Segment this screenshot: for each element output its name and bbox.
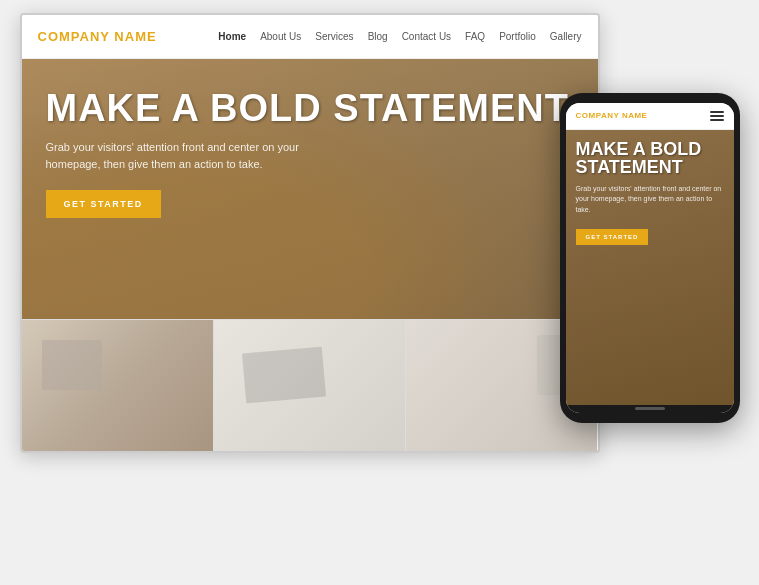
desktop-image-row [22, 319, 598, 453]
nav-link-contact[interactable]: Contact Us [402, 31, 451, 42]
mobile-logo: COMPANY NAME [576, 111, 648, 120]
nav-link-blog[interactable]: Blog [368, 31, 388, 42]
desktop-hero: MAKE A BOLD STATEMENT Grab your visitors… [22, 59, 598, 319]
hero-content: MAKE A BOLD STATEMENT Grab your visitors… [22, 59, 598, 218]
nav-link-services[interactable]: Services [315, 31, 353, 42]
mobile-hero: MAKE A BOLD STATEMENT Grab your visitors… [566, 130, 734, 405]
desktop-mockup: COMPANY NAME Home About Us Services Blog… [20, 13, 600, 453]
hero-cta-button[interactable]: GET STARTED [46, 190, 161, 218]
mobile-mockup: COMPANY NAME MAKE A BOLD STATEMENT Grab … [560, 93, 740, 423]
desktop-nav: COMPANY NAME Home About Us Services Blog… [22, 15, 598, 59]
desktop-logo: COMPANY NAME [38, 29, 157, 44]
image-stationery [213, 320, 405, 453]
desktop-nav-links: Home About Us Services Blog Contact Us F… [218, 31, 581, 42]
hamburger-line-2 [710, 115, 724, 117]
mobile-hero-cta-button[interactable]: GET STARTED [576, 229, 649, 245]
hamburger-menu-icon[interactable] [710, 111, 724, 121]
nav-link-home[interactable]: Home [218, 31, 246, 42]
nav-link-gallery[interactable]: Gallery [550, 31, 582, 42]
mobile-hero-subtext: Grab your visitors' attention front and … [576, 184, 724, 216]
hamburger-line-1 [710, 111, 724, 113]
image-interior [22, 320, 213, 453]
hero-subtext: Grab your visitors' attention front and … [46, 139, 326, 174]
page-wrapper: COMPANY NAME Home About Us Services Blog… [20, 13, 740, 573]
nav-link-faq[interactable]: FAQ [465, 31, 485, 42]
hamburger-line-3 [710, 119, 724, 121]
nav-link-about[interactable]: About Us [260, 31, 301, 42]
mobile-nav: COMPANY NAME [566, 103, 734, 130]
mobile-hero-headline: MAKE A BOLD STATEMENT [576, 140, 724, 176]
hero-headline: MAKE A BOLD STATEMENT [46, 89, 574, 127]
mobile-screen: COMPANY NAME MAKE A BOLD STATEMENT Grab … [566, 103, 734, 413]
mobile-home-indicator [566, 405, 734, 413]
nav-link-portfolio[interactable]: Portfolio [499, 31, 536, 42]
